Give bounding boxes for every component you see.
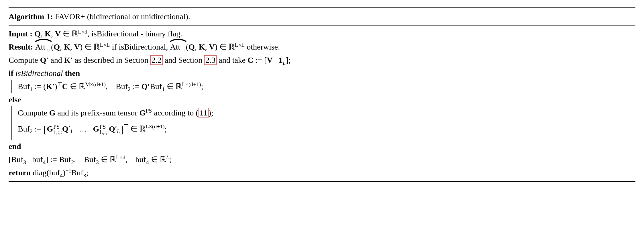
else-compute-d: G xyxy=(140,108,146,117)
split-semi: ; xyxy=(169,155,172,164)
gL-top: PS xyxy=(99,124,109,130)
split-sub4b: 4 xyxy=(146,159,149,165)
else-compute-f: ); xyxy=(209,108,213,117)
result-math: Att↔ (Q, K, V) ∈ ℝL×L if isBidirectional… xyxy=(35,42,280,51)
rule-top xyxy=(9,7,635,8)
compute-a: Compute xyxy=(9,56,40,64)
compute-f: and Section xyxy=(163,56,204,64)
compute-d: K′ xyxy=(64,56,73,64)
then-label: then xyxy=(65,69,80,78)
return-sub: 4 xyxy=(60,172,63,178)
split-sub2: 2 xyxy=(71,159,74,165)
else-line: else xyxy=(9,93,635,106)
input-tail: , isBidirectional - binary flag. xyxy=(87,29,182,38)
result-tail: otherwise. xyxy=(245,42,280,51)
split-exp1: L×d xyxy=(116,154,125,160)
if-cond: isBidirectional xyxy=(13,69,65,78)
return-line: return diag(buf4)−1Buf3; xyxy=(9,166,635,179)
else-compute-line: Compute G and its prefix-sum tensor GPS … xyxy=(18,106,213,119)
split-sub4: 4 xyxy=(43,159,46,165)
if-label: if xyxy=(9,69,13,78)
buf1-line: Buf1 := (K′)⊤C ∈ ℝM×(d+1), Buf2 := Q′Buf… xyxy=(18,80,203,93)
else-compute-c: and its prefix-sum tensor xyxy=(55,108,139,117)
else-compute-a: Compute xyxy=(18,108,49,117)
result-att2: Att xyxy=(170,42,180,51)
result-att1: Att xyxy=(35,42,46,51)
if-body: Buf1 := (K′)⊤C ∈ ℝM×(d+1), Buf2 := Q′Buf… xyxy=(9,80,635,93)
split-line: [Buf3 buf4] := Buf2, Buf3 ∈ ℝL×d, buf4 ∈… xyxy=(9,153,635,166)
else-compute-sup: PS xyxy=(146,108,152,114)
input-line: Input : Q, K, V ∈ ℝL×d, isBidirectional … xyxy=(9,27,635,40)
input-math: Q, K, V ∈ ℝL×d, isBidirectional - binary… xyxy=(34,29,182,38)
else-buf-line: Buf2 := [GPS1,:,:Q′1 … GPSL,:,:Q′L]⊤ ∈ ℝ… xyxy=(18,119,213,140)
buf1-semi: ; xyxy=(201,82,203,91)
else-compute-b: G xyxy=(49,108,56,117)
buf1-trans: ⊤ xyxy=(57,81,62,87)
section-ref-2[interactable]: 2.3 xyxy=(204,55,217,65)
compute-c: and xyxy=(48,56,64,64)
result-exp2: L×L xyxy=(235,42,245,48)
split-sub3b: 3 xyxy=(96,159,99,165)
return-sup: −1 xyxy=(65,167,71,173)
algorithm-title: FAVOR+ (bidirectional or unidirectional)… xyxy=(55,12,190,21)
result-exp1: L×L xyxy=(100,42,110,48)
algorithm-title-line: Algorithm 1: FAVOR+ (bidirectional or un… xyxy=(9,10,635,23)
buf1-sub3: 1 xyxy=(162,86,165,92)
else-body: Compute G and its prefix-sum tensor GPS … xyxy=(9,106,635,140)
input-label: Input : xyxy=(9,29,32,38)
end-label: end xyxy=(9,142,21,151)
algorithm-label: Algorithm 1: xyxy=(9,12,53,21)
else-compute-e: according to ( xyxy=(152,108,199,117)
compute-g: and take xyxy=(217,56,248,64)
compute-b: Q′ xyxy=(40,56,49,64)
algorithm-block: Algorithm 1: FAVOR+ (bidirectional or un… xyxy=(9,7,635,182)
else-buf-exp: L×(d+1) xyxy=(146,123,165,130)
else-buf-sub: 2 xyxy=(30,128,33,134)
rule-under-title xyxy=(9,25,635,26)
g1-top: PS xyxy=(53,124,62,130)
buf2-exp: L×(d+1) xyxy=(182,81,201,87)
eq-ref[interactable]: 11 xyxy=(199,108,209,117)
result-sub1: ↔ xyxy=(45,47,51,53)
gL-bot: L,:,: xyxy=(99,130,109,135)
compute-line: Compute Q′ and K′ as described in Sectio… xyxy=(9,54,635,67)
else-label: else xyxy=(9,95,21,104)
return-sub3: 3 xyxy=(83,172,86,178)
return-semi: ; xyxy=(86,168,89,177)
buf2-sub: 2 xyxy=(128,86,131,92)
result-label: Result: xyxy=(9,42,33,51)
end-line: end xyxy=(9,140,635,153)
input-exp: L×d xyxy=(78,29,87,35)
buf1-exp: M×(d+1) xyxy=(85,81,106,87)
section-ref-1[interactable]: 2.2 xyxy=(150,55,163,65)
compute-e: as described in Section xyxy=(72,56,150,64)
else-buf-semi: ; xyxy=(165,124,167,133)
result-sub2: → xyxy=(180,47,186,53)
split-sub3: 3 xyxy=(23,159,26,165)
result-line: Result: Att↔ (Q, K, V) ∈ ℝL×L if isBidir… xyxy=(9,40,635,54)
rule-bottom xyxy=(9,181,635,182)
q1-sub: 1 xyxy=(70,128,73,134)
if-line: if isBidirectional then xyxy=(9,67,635,80)
buf1-sub: 1 xyxy=(30,86,33,92)
g1-bot: 1,:,: xyxy=(53,130,62,135)
return-label: return xyxy=(9,168,31,177)
result-mid: if isBidirectional, xyxy=(110,42,170,51)
else-buf-trans: ⊤ xyxy=(123,123,128,130)
